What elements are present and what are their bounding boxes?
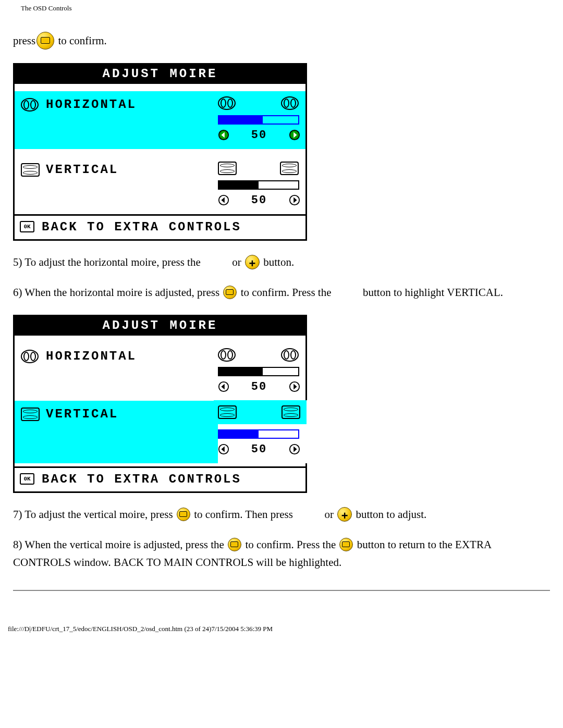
moire-vertical-icon: [280, 162, 299, 175]
step7-a: 7) To adjust the vertical moire, press: [13, 508, 176, 521]
step-7: 7) To adjust the vertical moire, press t…: [13, 506, 550, 524]
ok-box-icon: 0K: [20, 221, 34, 232]
divider: [13, 590, 550, 591]
osd2-h-value: 50: [251, 380, 267, 393]
osd1-horizontal-label: HORIZONTAL: [46, 97, 137, 112]
ok-icon: [177, 508, 190, 521]
ok-icon: [36, 32, 54, 50]
osd2-vertical-label: VERTICAL: [46, 407, 118, 421]
arrow-right-icon[interactable]: [289, 194, 300, 206]
moire-horizontal-icon: [218, 348, 236, 362]
arrow-right-icon[interactable]: [289, 381, 300, 392]
osd1-v-slider[interactable]: [218, 180, 299, 190]
step-5: 5) To adjust the horizontal moire, press…: [13, 254, 550, 272]
osd1-back-row[interactable]: 0K BACK TO EXTRA CONTROLS: [15, 216, 305, 239]
arrow-left-icon[interactable]: [218, 381, 229, 392]
osd1-vertical-label: VERTICAL: [46, 163, 118, 177]
osd1-row-vertical[interactable]: VERTICAL 50: [15, 156, 305, 214]
arrow-right-icon[interactable]: [289, 443, 300, 455]
arrow-right-icon[interactable]: [289, 129, 300, 141]
page-footer: file:///D|/EDFU/crt_17_5/edoc/ENGLISH/OS…: [0, 620, 563, 633]
step7-c: or: [322, 508, 336, 521]
moire-vertical-icon: [282, 405, 300, 419]
osd-panel-2: ADJUST MOIRE HORIZONTAL 50: [13, 315, 307, 493]
osd2-title: ADJUST MOIRE: [15, 316, 305, 336]
arrow-left-icon[interactable]: [218, 443, 229, 455]
arrow-left-icon[interactable]: [218, 194, 229, 206]
osd-panel-1: ADJUST MOIRE HORIZONTAL 50: [13, 63, 307, 241]
osd1-back-label: BACK TO EXTRA CONTROLS: [42, 220, 241, 234]
osd2-v-slider[interactable]: [218, 429, 299, 439]
osd2-row-vertical[interactable]: VERTICAL 50: [15, 401, 305, 463]
plus-icon: [245, 255, 260, 269]
step6-a: 6) When the horizontal moire is adjusted…: [13, 286, 222, 299]
osd1-title: ADJUST MOIRE: [15, 65, 305, 84]
intro-confirm: to confirm.: [55, 34, 107, 47]
osd2-v-value: 50: [251, 443, 267, 456]
ok-icon: [228, 538, 241, 551]
intro-line: press to confirm.: [13, 32, 550, 50]
moire-horizontal-icon: [21, 98, 39, 112]
ok-icon: [223, 286, 237, 299]
osd2-back-row[interactable]: 0K BACK TO EXTRA CONTROLS: [15, 468, 305, 491]
moire-horizontal-icon: [218, 96, 236, 110]
step6-b: to confirm. Press the: [238, 286, 334, 299]
intro-press: press: [13, 34, 35, 47]
plus-icon: [337, 507, 352, 522]
moire-vertical-icon: [21, 408, 40, 421]
step8-a: 8) When the vertical moire is adjusted, …: [13, 538, 227, 551]
step-6: 6) When the horizontal moire is adjusted…: [13, 284, 550, 302]
moire-vertical-icon: [21, 163, 40, 177]
osd1-row-horizontal[interactable]: HORIZONTAL 50: [15, 91, 305, 149]
step5-a: 5) To adjust the horizontal moire, press…: [13, 256, 203, 268]
moire-horizontal-icon: [21, 350, 39, 363]
step5-b: or: [229, 256, 244, 268]
step7-b: to confirm. Then press: [191, 508, 296, 521]
step5-c: button.: [261, 256, 294, 268]
osd1-h-slider[interactable]: [218, 115, 299, 125]
osd2-back-label: BACK TO EXTRA CONTROLS: [42, 472, 241, 486]
ok-box-icon: 0K: [20, 473, 34, 485]
osd1-v-value: 50: [251, 194, 267, 207]
moire-vertical-icon: [218, 162, 237, 175]
step8-b: to confirm. Press the: [242, 538, 338, 551]
step6-c: button to highlight VERTICAL.: [360, 286, 503, 299]
moire-horizontal-icon: [281, 348, 299, 362]
moire-vertical-icon: [218, 405, 237, 419]
ok-icon: [339, 538, 353, 551]
moire-horizontal-icon: [281, 96, 299, 110]
osd2-row-horizontal[interactable]: HORIZONTAL 50: [15, 343, 305, 401]
osd1-h-value: 50: [251, 129, 267, 142]
step7-d: button to adjust.: [353, 508, 426, 521]
step-8: 8) When the vertical moire is adjusted, …: [13, 536, 550, 571]
arrow-left-icon[interactable]: [218, 129, 229, 141]
page-header: The OSD Controls: [13, 0, 550, 19]
osd2-h-slider[interactable]: [218, 367, 299, 376]
osd2-horizontal-label: HORIZONTAL: [46, 349, 137, 363]
